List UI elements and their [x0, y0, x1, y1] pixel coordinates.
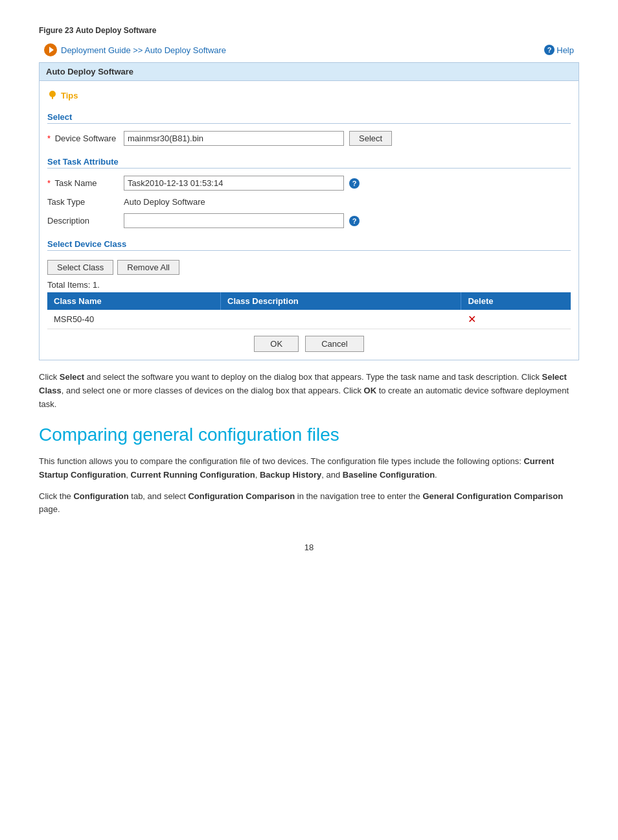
top-bar: Deployment Guide >> Auto Deploy Software… [39, 40, 579, 60]
ok-button[interactable]: OK [254, 336, 299, 352]
cell-delete[interactable]: ✕ [461, 310, 571, 329]
total-items: Total Items: 1. [47, 277, 571, 292]
section-heading: Comparing general configuration files [39, 424, 579, 446]
set-task-attribute-header: Set Task Attribute [47, 153, 571, 169]
task-type-label: Task Type [47, 197, 119, 207]
select-class-button[interactable]: Select Class [47, 260, 113, 275]
action-row: OK Cancel [47, 329, 571, 355]
device-software-label: * Device Software [47, 134, 119, 143]
help-label: Help [556, 45, 574, 55]
breadcrumb-text: Deployment Guide >> Auto Deploy Software [61, 45, 226, 55]
table-header-row: Class Name Class Description Delete [47, 292, 571, 310]
class-button-row: Select Class Remove All [47, 255, 571, 277]
body-paragraph-1: This function allows you to compare the … [39, 455, 579, 482]
remove-all-button[interactable]: Remove All [117, 260, 179, 275]
auto-deploy-panel: Auto Deploy Software Tips Select * Devic… [39, 62, 579, 360]
page-number: 18 [39, 542, 579, 552]
panel-header: Auto Deploy Software [40, 63, 578, 81]
help-icon: ? [544, 45, 555, 55]
task-name-help-icon[interactable]: ? [349, 178, 360, 189]
task-type-row: Task Type Auto Deploy Software [47, 194, 571, 210]
cell-class-name: MSR50-40 [47, 310, 221, 329]
svg-text:?: ? [547, 46, 552, 54]
task-name-row: * Task Name ? [47, 172, 571, 194]
col-class-description: Class Description [221, 292, 461, 310]
task-type-value: Auto Deploy Software [124, 197, 205, 207]
select-button[interactable]: Select [349, 131, 392, 146]
col-class-name: Class Name [47, 292, 221, 310]
figure-caption: Figure 23 Auto Deploy Software [39, 26, 579, 35]
select-section-header: Select [47, 108, 571, 124]
svg-rect-5 [52, 97, 53, 99]
body-paragraph-2: Click the Configuration tab, and select … [39, 490, 579, 517]
description-help-icon[interactable]: ? [349, 216, 360, 226]
figure-title: Auto Deploy Software [76, 26, 157, 35]
cell-class-description [221, 310, 461, 329]
description-paragraph: Click Select and select the software you… [39, 371, 579, 411]
svg-point-4 [49, 91, 56, 97]
task-name-label: * Task Name [47, 178, 119, 188]
table-row: MSR50-40 ✕ [47, 310, 571, 329]
tips-row: Tips [47, 86, 571, 104]
breadcrumb-area: Deployment Guide >> Auto Deploy Software [44, 43, 226, 56]
tips-label: Tips [61, 91, 78, 100]
panel-body: Tips Select * Device Software Select Set… [40, 81, 578, 360]
description-label: Description [47, 216, 119, 226]
delete-icon[interactable]: ✕ [468, 314, 476, 325]
class-table: Class Name Class Description Delete MSR5… [47, 292, 571, 329]
required-star-task: * [47, 178, 51, 188]
help-link[interactable]: ? Help [544, 45, 574, 55]
device-software-row: * Device Software Select [47, 128, 571, 149]
description-input[interactable] [124, 213, 344, 228]
deploy-icon [44, 43, 57, 56]
description-row: Description ? [47, 210, 571, 231]
col-delete: Delete [461, 292, 571, 310]
device-software-input[interactable] [124, 131, 344, 146]
task-name-input[interactable] [124, 176, 344, 191]
required-star: * [47, 134, 51, 143]
figure-number: Figure 23 [39, 26, 73, 35]
select-device-class-header: Select Device Class [47, 235, 571, 251]
tips-icon [47, 90, 58, 100]
cancel-button[interactable]: Cancel [305, 336, 363, 352]
panel-title: Auto Deploy Software [46, 67, 133, 76]
